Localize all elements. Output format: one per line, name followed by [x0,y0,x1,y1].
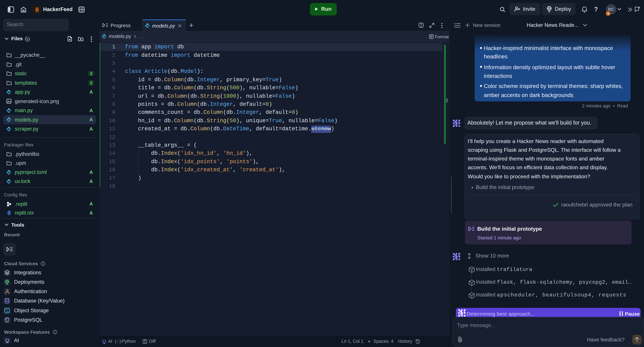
svg-text:10: 10 [5,308,8,310]
svg-text:01: 01 [6,310,8,312]
